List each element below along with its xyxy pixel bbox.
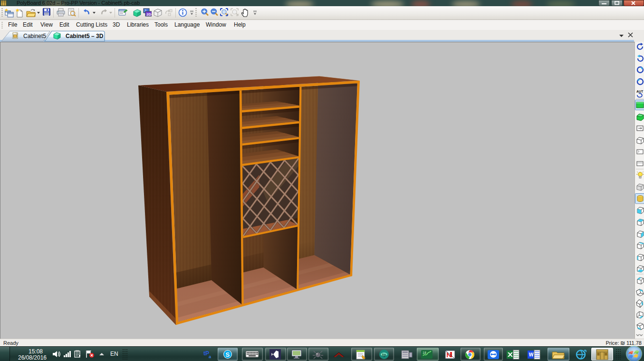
svg-text:a: a bbox=[209, 354, 211, 359]
svg-text:AUT: AUT bbox=[636, 90, 644, 93]
svg-text:S: S bbox=[226, 351, 230, 358]
svg-text:tp: tp bbox=[382, 352, 386, 357]
svg-text:18: 18 bbox=[423, 351, 426, 354]
